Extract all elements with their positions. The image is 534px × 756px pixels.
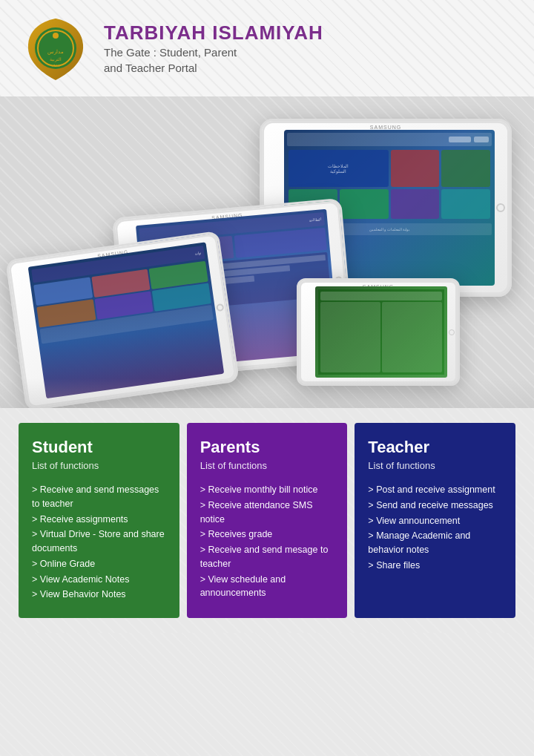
list-item: Receives grade <box>200 527 334 542</box>
parents-list: Receive monthly bill notice Receive atte… <box>200 483 334 600</box>
logo-icon: مدارس التربية ١٣٨٤ <box>22 15 89 82</box>
tablet-screen-front: بوابة <box>28 242 225 398</box>
list-item: Receive assignments <box>32 513 166 527</box>
header-title: TARBIYAH ISLAMIYAH <box>104 22 323 45</box>
list-item: Receive attendance SMS notice <box>200 499 334 527</box>
functions-section: Student List of functions Receive and se… <box>0 408 534 633</box>
logo-container: مدارس التربية ١٣٨٤ <box>22 15 89 82</box>
list-item: Receive and send mesage to teacher <box>200 543 334 571</box>
student-list: Receive and send messages to teacher Rec… <box>32 483 166 602</box>
svg-text:التربية: التربية <box>50 57 62 62</box>
header-text: TARBIYAH ISLAMIYAH The Gate : Student, P… <box>104 22 323 76</box>
teacher-list: Post and receive assignment Send and rec… <box>368 483 502 573</box>
list-item: Virtual Drive - Store and share document… <box>32 527 166 556</box>
tablet-reflection <box>0 378 534 408</box>
svg-point-2 <box>53 33 59 39</box>
list-item: View announcement <box>368 514 502 528</box>
header-section: مدارس التربية ١٣٨٤ TARBIYAH ISLAMIYAH Th… <box>0 0 534 96</box>
student-card: Student List of functions Receive and se… <box>19 423 179 618</box>
list-item: Online Grade <box>32 557 166 571</box>
parents-card: Parents List of functions Receive monthl… <box>187 423 348 618</box>
student-heading: Student <box>32 438 166 457</box>
tablet-small: SAMSUNG <box>297 278 460 386</box>
teacher-subtitle: List of functions <box>368 460 502 471</box>
svg-text:مدارس: مدارس <box>47 49 64 55</box>
parents-subtitle: List of functions <box>200 460 334 471</box>
header-subtitle-line1: The Gate : Student, Parent <box>104 45 323 60</box>
list-item: View schedule and announcements <box>200 573 334 601</box>
svg-text:١٣٨٤: ١٣٨٤ <box>51 63 60 68</box>
parents-heading: Parents <box>200 438 334 457</box>
list-item: Receive monthly bill notice <box>200 483 334 497</box>
teacher-card: Teacher List of functions Post and recei… <box>355 423 515 618</box>
list-item: Post and receive assignment <box>368 483 502 497</box>
list-item: View Behavior Notes <box>32 588 166 602</box>
tablet-showcase: SAMSUNG الملاحظاتالسلوكية <box>0 96 534 408</box>
tablet-screen-small <box>315 286 447 378</box>
list-item: Manage Academic and behavior notes <box>368 529 502 557</box>
list-item: Share files <box>368 559 502 573</box>
header-subtitle-line2: and Teacher Portal <box>104 60 323 76</box>
samsung-label-back: SAMSUNG <box>370 125 401 130</box>
student-subtitle: List of functions <box>32 460 166 471</box>
list-item: Receive and send messages to teacher <box>32 483 166 511</box>
list-item: Send and receive messages <box>368 499 502 513</box>
teacher-heading: Teacher <box>368 438 502 457</box>
list-item: View Academic Notes <box>32 573 166 587</box>
